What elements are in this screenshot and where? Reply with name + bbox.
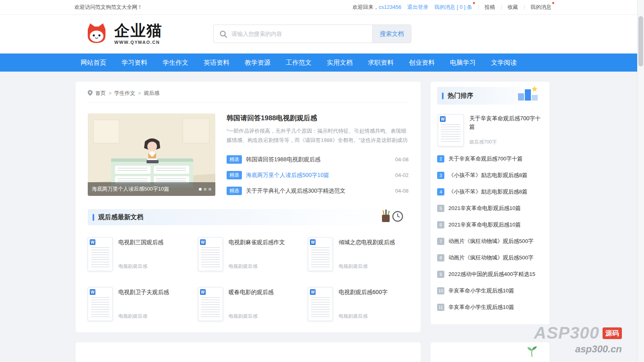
nav-item-study-materials[interactable]: 学习资料 xyxy=(114,53,155,72)
nav-item-literature[interactable]: 文学阅读 xyxy=(483,53,524,72)
document-card[interactable]: W 电视剧卫子夫观后感 电视剧观后感 xyxy=(88,287,188,321)
featured-slider[interactable]: 海底两万里个人读后感500字10篇 xyxy=(88,113,215,196)
section-title: 热门排序 xyxy=(448,92,473,100)
rank-badge: 8 xyxy=(437,254,444,261)
document-title: 电视剧观后感600字 xyxy=(339,289,387,296)
document-title: 倾城之恋电视剧观后感 xyxy=(339,239,395,246)
hot-rank-item[interactable]: 8 动画片《疯狂动物城》观后感500字 xyxy=(437,249,543,266)
nav-item-home[interactable]: 网站首页 xyxy=(76,53,114,72)
hot-rank-item[interactable]: 6 2021辛亥革命电影观后感10篇 xyxy=(437,216,543,233)
document-card[interactable]: W 电视剧麻雀观后感作文 电视剧观后感 xyxy=(198,237,299,271)
hot-item-title: 辛亥革命小学生观后感10篇 xyxy=(448,287,514,294)
article-link[interactable]: 海底两万里个人读后感500字10篇 xyxy=(246,172,329,179)
site-logo[interactable]: 企业猫 WWW.QYMAO.CN xyxy=(84,21,163,46)
document-category: 电视剧观后感 xyxy=(229,313,274,320)
document-category: 电视剧观后感 xyxy=(118,313,169,320)
nav-item-english[interactable]: 英语资料 xyxy=(196,53,237,72)
rank-badge: 4 xyxy=(437,188,444,195)
page-scrollbar[interactable] xyxy=(637,0,644,362)
list-item: 精选 关于开学典礼个人观后感300字精选范文 04-08 xyxy=(227,183,409,199)
hot-item-title: 动画片《疯狂动物城》观后感500字 xyxy=(448,238,534,245)
search-button[interactable]: 搜索文档 xyxy=(372,25,411,43)
document-title: 电视剧三国观后感 xyxy=(118,239,163,246)
article-link[interactable]: 关于开学典礼个人观后感300字精选范文 xyxy=(246,187,345,195)
hot-rank-item[interactable]: 9 2022感动中国的观后感400字精选15 xyxy=(437,266,543,282)
document-card[interactable]: W 暖春电影的观后感 电视剧观后感 xyxy=(198,287,299,321)
hot-item-title: 2021辛亥革命电影观后感10篇 xyxy=(448,205,521,212)
section-header-hot: 热门排序 xyxy=(437,87,543,105)
username-link[interactable]: cs123456 xyxy=(379,4,401,10)
slide-caption-text: 海底两万里个人读后感500字10篇 xyxy=(92,185,169,193)
article-date: 04-08 xyxy=(395,188,409,194)
next-sidebar-panel xyxy=(431,342,549,362)
hot-rank-item[interactable]: 10 辛亥革命小学生观后感10篇 xyxy=(437,282,543,299)
site-welcome-text: 欢迎访问范文狗范文大全网！ xyxy=(74,4,142,11)
rank-badge: 11 xyxy=(437,304,444,311)
document-category: 电视剧观后感 xyxy=(118,263,163,270)
nav-item-startup[interactable]: 创业资料 xyxy=(401,53,442,72)
carousel-dot[interactable] xyxy=(208,188,211,191)
hot-item-title: 动画片《疯狂动物城》观后感500字 xyxy=(448,254,534,261)
word-doc-icon: W xyxy=(310,239,316,245)
rank-badge: 5 xyxy=(437,205,444,212)
document-card[interactable]: W 倾城之恋电视剧观后感 电视剧观后感 xyxy=(308,237,409,271)
watermark-tag: 源码 xyxy=(603,327,622,339)
document-category: 电视剧观后感 xyxy=(339,313,387,320)
hot-rank-item[interactable]: 4 《小孩不笨》励志电影观后感8篇 xyxy=(437,183,543,200)
hot-rank-item[interactable]: 5 2021辛亥革命电影观后感10篇 xyxy=(437,200,543,216)
rank-badge: 3 xyxy=(437,172,444,179)
nav-item-student-essays[interactable]: 学生作文 xyxy=(155,53,196,72)
featured-badge: 精选 xyxy=(227,187,242,195)
hot-item-title: 《小孩不笨》励志电影观后感8篇 xyxy=(448,188,528,195)
featured-badge: 精选 xyxy=(227,155,242,164)
search-bar: 搜索文档 xyxy=(213,25,411,43)
hot-rank-item[interactable]: 3 《小孩不笨》励志电影观后感8篇 xyxy=(437,167,543,183)
section-accent-bar xyxy=(442,93,444,99)
nav-item-work-docs[interactable]: 工作范文 xyxy=(278,53,319,72)
featured-article-excerpt: “一部作品评价很高，无外乎几个原因：揭示时代特征、引起情感共鸣、表现细腻情感、构… xyxy=(227,127,409,145)
carousel-dot[interactable] xyxy=(199,188,202,191)
breadcrumb-divider xyxy=(88,103,409,103)
search-input[interactable] xyxy=(214,25,372,43)
hot-rank-item[interactable]: 11 辛亥革命小学生观后感10篇 xyxy=(437,299,543,315)
hot-ranking-panel: 热门排序 W 关于辛亥革命观后感700字十篇 观后感700字 xyxy=(431,82,549,324)
document-category: 电视剧观后感 xyxy=(339,263,395,270)
favorites-link[interactable]: 收藏 xyxy=(508,4,518,11)
submit-article-link[interactable]: 投稿 xyxy=(485,4,495,11)
carousel-dot[interactable] xyxy=(204,188,206,191)
hot-rank-item[interactable]: 2 关于辛亥革命观后感700字十篇 xyxy=(437,150,543,167)
hot-item-title: 2022感动中国的观后感400字精选15 xyxy=(448,271,535,278)
document-card[interactable]: W 电视剧三国观后感 电视剧观后感 xyxy=(88,237,188,271)
document-card[interactable]: W 电视剧观后感600字 电视剧观后感 xyxy=(308,287,409,321)
latest-documents-grid: W 电视剧三国观后感 电视剧观后感 W 电视剧麻雀观后感作文 电视剧观后感 W … xyxy=(88,237,409,321)
rank-badge: 6 xyxy=(437,221,444,228)
breadcrumb-current: 观后感 xyxy=(144,90,159,97)
podium-chart-icon xyxy=(517,86,539,103)
my-messages-link[interactable]: 我的消息 xyxy=(530,4,551,11)
scrollbar-thumb[interactable] xyxy=(638,16,643,66)
document-category: 电视剧观后感 xyxy=(229,263,285,270)
hot-rank-1-item[interactable]: W 关于辛亥革命观后感700字十篇 观后感700字 xyxy=(437,114,543,146)
list-item: 精选 海底两万里个人读后感500字10篇 04-02 xyxy=(227,167,409,183)
word-doc-icon: W xyxy=(440,116,446,122)
nav-item-computer[interactable]: 电脑学习 xyxy=(442,53,483,72)
article-link[interactable]: 韩国请回答1988电视剧观后感 xyxy=(246,156,320,163)
nav-item-teaching[interactable]: 教学资源 xyxy=(237,53,278,72)
logo-name: 企业猫 xyxy=(114,23,163,39)
nav-item-practical-docs[interactable]: 实用文档 xyxy=(319,53,360,72)
hot-rank-item[interactable]: 7 动画片《疯狂动物城》观后感500字 xyxy=(437,233,543,249)
document-thumbnail: W xyxy=(198,237,223,271)
featured-article-title[interactable]: 韩国请回答1988电视剧观后感 xyxy=(227,113,409,123)
welcome-back-text: 欢迎回来，cs123456 xyxy=(353,4,401,11)
breadcrumb-student-essays[interactable]: 学生作文 xyxy=(114,90,135,97)
nav-item-job-seeking[interactable]: 求职资料 xyxy=(360,53,401,72)
hot-item-title: 关于辛亥革命观后感700字十篇 xyxy=(469,114,542,131)
hot-item-category: 观后感700字 xyxy=(469,139,542,146)
breadcrumb-home[interactable]: 首页 xyxy=(95,90,106,97)
content-panel: 首页 > 学生作文 > 观后感 xyxy=(76,82,421,332)
hot-item-title: 2021辛亥革命电影观后感10篇 xyxy=(448,221,521,228)
hot-item-title: 《小孩不笨》励志电影观后感8篇 xyxy=(448,172,528,179)
messages-count-link[interactable]: 我的消息 [ 0 ] 条 xyxy=(434,4,472,11)
logout-link[interactable]: 退出登录 xyxy=(407,4,428,11)
article-date: 04-02 xyxy=(395,172,409,178)
